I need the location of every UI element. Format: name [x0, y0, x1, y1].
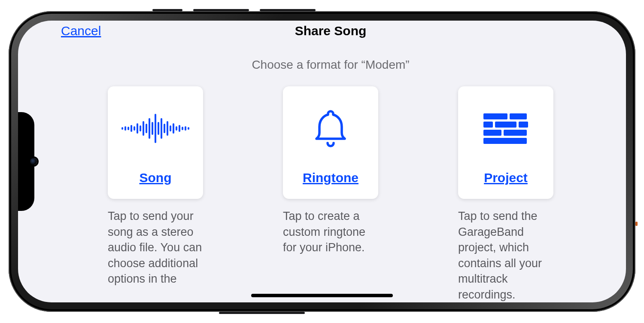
- option-ringtone-card[interactable]: Ringtone: [283, 86, 378, 199]
- option-project-label: Project: [484, 171, 528, 185]
- option-song-card[interactable]: Song: [108, 86, 203, 199]
- option-ringtone: Ringtone Tap to create a custom ringtone…: [283, 86, 378, 302]
- option-ringtone-description: Tap to create a custom ringtone for your…: [283, 208, 378, 255]
- project-bricks-icon: [458, 86, 553, 171]
- option-project-description: Tap to send the GarageBand project, whic…: [458, 208, 553, 302]
- side-button: [260, 9, 316, 11]
- phone-frame: Cancel Share Song Choose a format for “M…: [9, 11, 635, 312]
- waveform-icon: [108, 86, 203, 171]
- front-camera: [30, 158, 37, 165]
- option-project: Project Tap to send the GarageBand proje…: [458, 86, 553, 302]
- option-song: Song Tap to send your song as a stereo a…: [108, 86, 203, 302]
- option-song-description: Tap to send your song as a stereo audio …: [108, 208, 203, 286]
- side-button: [635, 222, 638, 226]
- cancel-button[interactable]: Cancel: [61, 24, 101, 38]
- screen: Cancel Share Song Choose a format for “M…: [18, 21, 626, 302]
- side-button: [219, 312, 305, 314]
- subtitle: Choose a format for “Modem”: [61, 58, 600, 72]
- bell-icon: [283, 86, 378, 171]
- side-button: [193, 9, 249, 11]
- format-options: Song Tap to send your song as a stereo a…: [61, 86, 600, 302]
- home-indicator[interactable]: [251, 294, 393, 297]
- nav-bar: Cancel Share Song: [61, 23, 600, 38]
- option-ringtone-label: Ringtone: [303, 171, 358, 185]
- page-title: Share Song: [295, 24, 367, 38]
- share-song-sheet: Cancel Share Song Choose a format for “M…: [18, 21, 626, 302]
- side-button: [152, 9, 182, 11]
- option-song-label: Song: [140, 171, 172, 185]
- option-project-card[interactable]: Project: [458, 86, 553, 199]
